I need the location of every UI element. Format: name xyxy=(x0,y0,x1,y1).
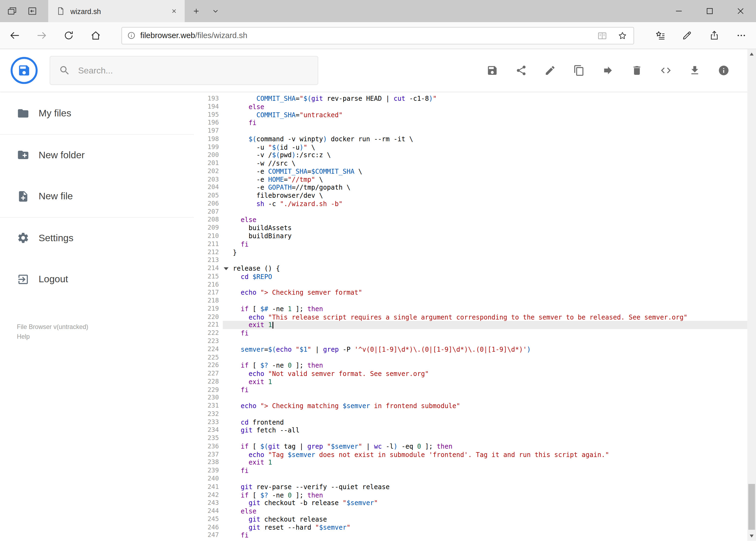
code-line[interactable]: 233 cd frontend xyxy=(194,418,747,426)
address-bar[interactable]: filebrowser.web/files/wizard.sh xyxy=(122,27,634,44)
site-info-icon[interactable] xyxy=(127,31,136,40)
web-note-button[interactable] xyxy=(677,28,697,43)
home-button[interactable] xyxy=(88,28,103,43)
code-line[interactable]: 208 else xyxy=(194,216,747,224)
code-line[interactable]: 205 filebrowser/dev \ xyxy=(194,192,747,200)
code-line[interactable]: 231 echo "> Checking matching $semver in… xyxy=(194,402,747,410)
code-line[interactable]: 226 if [ $? -ne 0 ]; then xyxy=(194,361,747,369)
code-line[interactable]: 242 if [ $? -ne 0 ]; then xyxy=(194,491,747,499)
code-line[interactable]: 206 sh -c "./wizard.sh -b" xyxy=(194,200,747,208)
code-line[interactable]: 237 echo "Tag $semver does not exist in … xyxy=(194,450,747,459)
code-line[interactable]: 194 else xyxy=(194,103,747,111)
sidebar-item-new-folder[interactable]: New folder xyxy=(0,134,194,176)
tab-preview-icon[interactable] xyxy=(7,6,17,16)
code-line[interactable]: 193 COMMIT_SHA="$(git rev-parse HEAD | c… xyxy=(194,95,747,103)
switch-view-button[interactable] xyxy=(660,65,672,76)
code-line[interactable]: 236 if [ $(git tag | grep "$semver" | wc… xyxy=(194,442,747,450)
code-line[interactable]: 211 fi xyxy=(194,240,747,248)
code-line[interactable]: 207 xyxy=(194,208,747,216)
code-line[interactable]: 199 -u "$(id -u)" \ xyxy=(194,143,747,151)
favorite-star-icon[interactable] xyxy=(617,30,628,41)
code-line[interactable]: 209 buildAssets xyxy=(194,224,747,232)
code-line[interactable]: 212} xyxy=(194,248,747,256)
code-line[interactable]: 241 git rev-parse --verify --quiet relea… xyxy=(194,483,747,491)
forward-button[interactable] xyxy=(34,28,49,43)
code-line[interactable]: 210 buildBinary xyxy=(194,232,747,240)
sidebar-item-my-files[interactable]: My files xyxy=(0,93,194,134)
code-line[interactable]: 204 -e GOPATH=//tmp/gopath \ xyxy=(194,184,747,192)
code-line[interactable]: 243 git checkout -b release "$semver" xyxy=(194,499,747,507)
code-line[interactable]: 197 xyxy=(194,127,747,135)
code-line[interactable]: 229 fi xyxy=(194,386,747,394)
new-tab-button[interactable] xyxy=(188,0,204,22)
code-line[interactable]: 213 xyxy=(194,256,747,265)
info-button[interactable] xyxy=(718,65,730,76)
code-line[interactable]: 223 xyxy=(194,337,747,345)
share-page-button[interactable] xyxy=(704,28,724,43)
close-tab-icon[interactable] xyxy=(170,7,178,15)
scroll-down-button[interactable] xyxy=(747,531,756,541)
code-line[interactable]: 230 xyxy=(194,394,747,402)
code-line[interactable]: 222 fi xyxy=(194,329,747,337)
sidebar-item-settings[interactable]: Settings xyxy=(0,218,194,259)
code-line[interactable]: 214release () { xyxy=(194,265,747,272)
code-line[interactable]: 225 xyxy=(194,353,747,362)
code-line[interactable]: 219 if [ $# -ne 1 ]; then xyxy=(194,305,747,313)
code-line[interactable]: 217 echo "> Checking semver format" xyxy=(194,289,747,297)
code-line[interactable]: 198 $(command -v winpty) docker run --rm… xyxy=(194,135,747,143)
scroll-up-button[interactable] xyxy=(747,49,756,59)
code-line[interactable]: 232 xyxy=(194,410,747,418)
back-button[interactable] xyxy=(7,28,22,43)
minimize-button[interactable] xyxy=(663,0,694,22)
code-line[interactable]: 238 exit 1 xyxy=(194,459,747,467)
code-line[interactable]: 221 exit 1 xyxy=(194,321,747,329)
move-button[interactable] xyxy=(602,65,614,76)
browser-tab[interactable]: wizard.sh xyxy=(48,0,185,22)
code-line[interactable]: 195 COMMIT_SHA="untracked" xyxy=(194,111,747,119)
code-line[interactable]: 245 git checkout release xyxy=(194,515,747,523)
set-tabs-aside-icon[interactable] xyxy=(27,6,38,16)
scrollbar-thumb[interactable] xyxy=(748,484,755,530)
code-line[interactable]: 247 fi xyxy=(194,531,747,539)
code-line[interactable]: 202 -e COMMIT_SHA=$COMMIT_SHA \ xyxy=(194,168,747,176)
code-line[interactable]: 201 -w //src \ xyxy=(194,159,747,168)
code-editor[interactable]: 193 COMMIT_SHA="$(git rev-parse HEAD | c… xyxy=(194,92,747,541)
save-button[interactable] xyxy=(486,65,498,76)
code-line[interactable]: 216 xyxy=(194,280,747,289)
download-button[interactable] xyxy=(689,65,701,76)
code-line[interactable]: 224 semver=$(echo "$1" | grep -P '^v(0|[… xyxy=(194,345,747,353)
refresh-button[interactable] xyxy=(61,28,76,43)
more-options-button[interactable] xyxy=(731,28,751,43)
code-line[interactable]: 234 git fetch --all xyxy=(194,426,747,434)
edit-button[interactable] xyxy=(544,65,556,76)
hub-button[interactable] xyxy=(650,28,670,43)
sidebar-item-logout[interactable]: Logout xyxy=(0,259,194,300)
code-line[interactable]: 218 xyxy=(194,297,747,305)
code-line[interactable]: 215 cd $REPO xyxy=(194,272,747,280)
share-button[interactable] xyxy=(516,65,527,76)
help-link[interactable]: Help xyxy=(17,332,30,341)
close-window-button[interactable] xyxy=(725,0,756,22)
code-line[interactable]: 244 else xyxy=(194,507,747,515)
code-line[interactable]: 227 echo "Not valid semver format. See s… xyxy=(194,369,747,377)
page-scrollbar[interactable] xyxy=(747,49,756,541)
copy-button[interactable] xyxy=(573,65,585,76)
code-line[interactable]: 196 fi xyxy=(194,119,747,127)
delete-button[interactable] xyxy=(631,65,642,76)
tab-list-button[interactable] xyxy=(210,0,221,22)
code-line[interactable]: 235 xyxy=(194,434,747,442)
maximize-button[interactable] xyxy=(694,0,725,22)
search-input[interactable] xyxy=(78,65,309,76)
code-line[interactable]: 220 echo "This release script requires a… xyxy=(194,313,747,321)
code-line[interactable]: 203 -e HOME="//tmp" \ xyxy=(194,176,747,184)
code-line[interactable]: 239 fi xyxy=(194,467,747,475)
code-line[interactable]: 240 xyxy=(194,475,747,483)
code-line[interactable]: 246 git reset --hard "$semver" xyxy=(194,523,747,531)
search-box[interactable] xyxy=(50,56,318,85)
scrollbar-track[interactable] xyxy=(747,59,756,531)
sidebar-item-new-file[interactable]: New file xyxy=(0,176,194,217)
code-line[interactable]: 228 exit 1 xyxy=(194,377,747,386)
code-line[interactable]: 200 -v /$(pwd):/src:z \ xyxy=(194,151,747,159)
fold-arrow-icon[interactable] xyxy=(224,268,229,270)
app-logo[interactable] xyxy=(11,57,38,84)
